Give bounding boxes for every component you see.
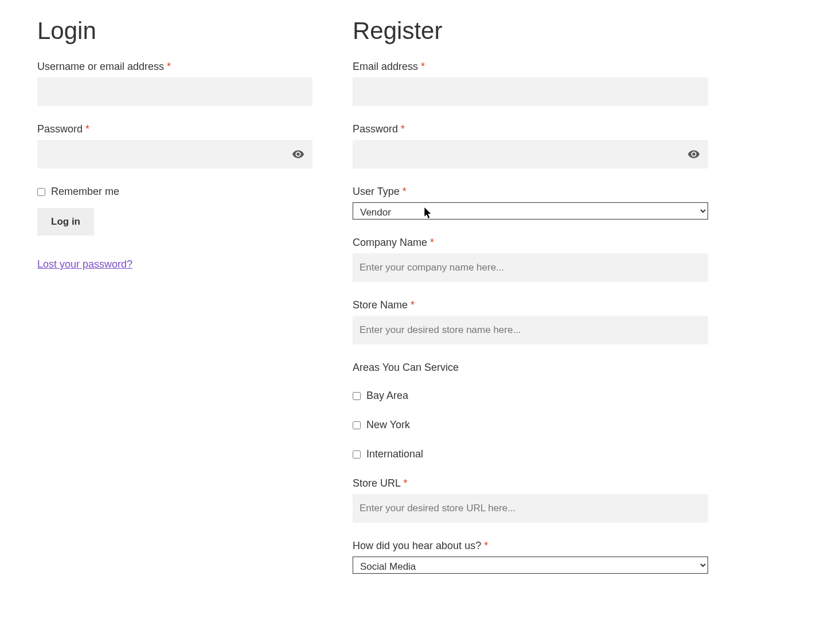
register-column: Register Email address * Password * User… xyxy=(353,17,708,574)
user-type-label: User Type * xyxy=(353,186,708,198)
eye-icon[interactable] xyxy=(292,148,304,160)
login-button[interactable]: Log in xyxy=(37,208,94,236)
user-type-select[interactable]: Vendor xyxy=(353,202,708,220)
register-title: Register xyxy=(353,17,708,45)
area-option-label: Bay Area xyxy=(366,390,408,402)
area-option-label: International xyxy=(366,448,423,460)
login-title: Login xyxy=(37,17,312,45)
area-bay-area-checkbox[interactable] xyxy=(353,392,361,400)
login-password-label: Password * xyxy=(37,123,312,135)
hear-about-select[interactable]: Social Media xyxy=(353,557,708,574)
areas-service-label: Areas You Can Service xyxy=(353,362,708,374)
login-password-input[interactable] xyxy=(37,140,312,169)
login-username-label: Username or email address * xyxy=(37,61,312,73)
register-password-input[interactable] xyxy=(353,140,708,169)
company-name-label: Company Name * xyxy=(353,237,708,249)
area-international-checkbox[interactable] xyxy=(353,450,361,459)
login-username-input[interactable] xyxy=(37,77,312,106)
area-new-york-checkbox[interactable] xyxy=(353,421,361,429)
area-option-label: New York xyxy=(366,419,410,431)
company-name-input[interactable] xyxy=(353,253,708,282)
store-url-label: Store URL * xyxy=(353,477,708,489)
hear-about-label: How did you hear about us? * xyxy=(353,540,708,552)
eye-icon[interactable] xyxy=(687,148,700,160)
store-url-input[interactable] xyxy=(353,494,708,523)
store-name-label: Store Name * xyxy=(353,299,708,311)
login-column: Login Username or email address * Passwo… xyxy=(37,17,312,574)
remember-me-label: Remember me xyxy=(51,186,119,198)
register-email-input[interactable] xyxy=(353,77,708,106)
register-email-label: Email address * xyxy=(353,61,708,73)
remember-me-checkbox[interactable] xyxy=(37,188,45,196)
lost-password-link[interactable]: Lost your password? xyxy=(37,258,132,271)
register-password-label: Password * xyxy=(353,123,708,135)
store-name-input[interactable] xyxy=(353,316,708,344)
